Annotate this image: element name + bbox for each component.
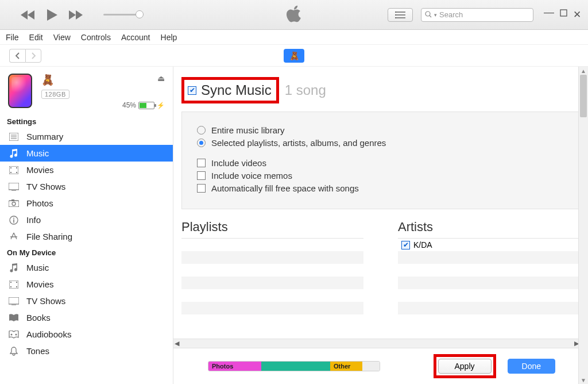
sidebar-item-photos[interactable]: Photos: [0, 195, 173, 212]
toolbar-right: ▾ — ✕: [388, 8, 581, 22]
sync-music-checkbox[interactable]: ✔: [188, 86, 196, 95]
list-item: [181, 302, 363, 314]
checkbox-label: Include voice memos: [211, 171, 292, 181]
svg-rect-15: [9, 183, 19, 190]
list-item: [181, 264, 363, 277]
menu-file[interactable]: File: [6, 33, 19, 42]
horizontal-scrollbar[interactable]: ◀ ▶: [173, 339, 580, 348]
storage-segment-free: [362, 362, 380, 371]
sidebar-item-label: Movies: [26, 165, 54, 175]
close-icon[interactable]: ✕: [573, 9, 581, 21]
svg-rect-22: [13, 219, 14, 222]
highlight-apply: Apply: [434, 354, 496, 378]
battery-status: 45% ⚡: [122, 101, 165, 109]
scroll-left-icon[interactable]: ◀: [175, 340, 179, 347]
svg-point-31: [16, 333, 17, 335]
checkbox-label: Automatically fill free space with songs: [211, 183, 359, 193]
device-item-tones[interactable]: Tones: [0, 343, 173, 359]
svg-rect-5: [560, 10, 567, 16]
artist-item[interactable]: ✔ K/DA: [398, 239, 580, 251]
svg-point-1: [395, 14, 396, 16]
audiobook-icon: [8, 331, 20, 339]
device-item-movies[interactable]: Movies: [0, 276, 173, 293]
device-tab[interactable]: 🧸: [284, 49, 304, 63]
sidebar-item-movies[interactable]: Movies: [0, 162, 173, 178]
scroll-down-icon[interactable]: ▼: [579, 376, 588, 384]
sidebar-item-filesharing[interactable]: File Sharing: [0, 228, 173, 245]
minimize-icon[interactable]: —: [544, 6, 554, 18]
menu-account[interactable]: Account: [121, 33, 150, 42]
checkbox-label: Include videos: [211, 158, 266, 168]
battery-icon: [138, 102, 154, 109]
sidebar-item-label: Music: [26, 148, 49, 158]
sidebar-item-music[interactable]: Music: [0, 145, 173, 162]
sidebar-item-tvshows[interactable]: TV Shows: [0, 178, 173, 195]
sidebar-item-label: Info: [26, 215, 41, 225]
book-icon: [8, 314, 20, 322]
list-item: [181, 277, 363, 289]
back-button[interactable]: [9, 49, 25, 63]
sidebar-item-info[interactable]: Info: [0, 212, 173, 228]
radio-entire-library[interactable]: Entire music library: [197, 125, 564, 135]
sidebar-item-label: Music: [26, 263, 49, 272]
checkbox-include-memos[interactable]: Include voice memos: [197, 171, 564, 181]
svg-rect-14: [16, 172, 17, 173]
maximize-icon[interactable]: [560, 9, 567, 21]
menu-help[interactable]: Help: [161, 33, 177, 42]
list-item: [398, 289, 580, 302]
playlists-list[interactable]: [181, 238, 363, 313]
sync-header: ✔ Sync Music 1 song: [181, 77, 580, 103]
device-item-audiobooks[interactable]: Audiobooks: [0, 326, 173, 343]
checkbox-autofill[interactable]: Automatically fill free space with songs: [197, 183, 564, 193]
bell-icon: [8, 347, 20, 356]
playlists-column: Playlists: [181, 220, 363, 313]
done-button[interactable]: Done: [508, 359, 555, 374]
scroll-thumb[interactable]: [580, 75, 587, 117]
chevron-down-icon: ▾: [434, 12, 437, 18]
storage-segment-apps: [261, 362, 330, 371]
play-icon[interactable]: [45, 8, 59, 22]
volume-slider[interactable]: [103, 14, 140, 16]
camera-icon: [8, 199, 20, 207]
list-item: [181, 251, 363, 264]
svg-rect-26: [16, 282, 17, 283]
svg-rect-13: [16, 167, 17, 168]
radio-selected-items[interactable]: Selected playlists, artists, albums, and…: [197, 138, 564, 148]
checkbox-icon: [197, 184, 206, 193]
device-item-tvshows[interactable]: TV Shows: [0, 293, 173, 309]
previous-track-icon[interactable]: [21, 10, 36, 20]
svg-point-30: [11, 333, 13, 335]
device-header: 🧸 128GB ⏏ 45% ⚡: [0, 67, 173, 114]
button-label: Apply: [455, 362, 475, 371]
segment-label: Photos: [212, 363, 233, 370]
next-track-icon[interactable]: [68, 10, 83, 20]
list-view-button[interactable]: [388, 8, 413, 22]
menu-view[interactable]: View: [53, 33, 71, 42]
info-icon: [8, 216, 20, 225]
apply-button[interactable]: Apply: [438, 359, 492, 374]
scroll-up-icon[interactable]: ▲: [579, 67, 588, 75]
search-field[interactable]: ▾: [421, 8, 533, 22]
radio-icon: [197, 139, 206, 147]
menu-controls[interactable]: Controls: [81, 33, 111, 42]
selection-columns: Playlists Artists ✔: [181, 220, 580, 313]
forward-button[interactable]: [25, 49, 41, 63]
eject-icon[interactable]: ⏏: [157, 74, 165, 83]
search-input[interactable]: [439, 10, 529, 19]
device-item-music[interactable]: Music: [0, 259, 173, 276]
checkbox-include-videos[interactable]: Include videos: [197, 158, 564, 168]
sidebar-item-label: Photos: [26, 198, 53, 208]
checkbox-icon: [197, 159, 206, 167]
sidebar-item-label: Summary: [26, 132, 63, 141]
movies-icon: [8, 166, 20, 174]
vertical-scrollbar[interactable]: ▲ ▼: [578, 67, 588, 384]
playlists-title: Playlists: [181, 220, 363, 235]
summary-icon: [8, 133, 20, 141]
menu-edit[interactable]: Edit: [29, 33, 43, 42]
artists-list[interactable]: ✔ K/DA: [398, 238, 580, 313]
sidebar-item-summary[interactable]: Summary: [0, 128, 173, 145]
svg-line-4: [430, 16, 431, 17]
content-scroll: ✔ Sync Music 1 song Entire music library…: [173, 67, 588, 384]
device-item-books[interactable]: Books: [0, 309, 173, 326]
sidebar-item-label: Books: [26, 313, 51, 322]
